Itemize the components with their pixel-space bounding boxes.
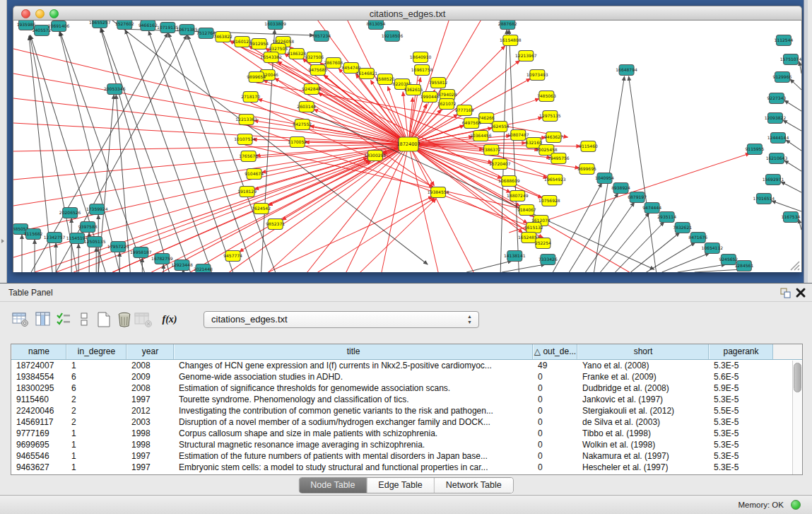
graph-node[interactable]: 9466162 bbox=[139, 21, 158, 31]
graph-node[interactable]: 8160123 bbox=[233, 37, 252, 47]
graph-node[interactable]: 2935114 bbox=[657, 212, 676, 223]
graph-node[interactable]: 10973493 bbox=[526, 70, 548, 81]
column-header-year[interactable]: year bbox=[126, 344, 174, 359]
graph-node[interactable]: 10807487 bbox=[507, 130, 529, 141]
graph-node[interactable]: 7832621 bbox=[673, 223, 692, 233]
graph-node[interactable]: 1040954 bbox=[595, 173, 614, 184]
graph-node[interactable]: 9474444 bbox=[642, 203, 661, 214]
graph-node[interactable]: 9899654 bbox=[247, 72, 266, 83]
select-columns-icon[interactable] bbox=[55, 310, 73, 329]
control-panel-collapsed-rail[interactable] bbox=[0, 0, 7, 283]
graph-node[interactable]: 1167534 bbox=[782, 212, 801, 223]
graph-node[interactable]: 9852371 bbox=[266, 219, 285, 230]
graph-node[interactable]: 2603144 bbox=[297, 102, 316, 112]
graph-node[interactable]: 17957223 bbox=[107, 242, 129, 252]
graph-node[interactable]: 9184067 bbox=[517, 205, 536, 216]
graph-node[interactable]: 10654112 bbox=[701, 243, 723, 254]
column-header-name[interactable]: name bbox=[11, 344, 66, 359]
hub-node[interactable]: 18724007 bbox=[396, 137, 420, 151]
graph-node[interactable]: 8813054 bbox=[367, 21, 386, 30]
column-header-in_degree[interactable]: in_degree bbox=[66, 344, 126, 359]
graph-node[interactable]: 9227343 bbox=[767, 93, 787, 104]
graph-node[interactable]: 9457774 bbox=[223, 251, 242, 262]
graph-node[interactable]: 20206526 bbox=[59, 208, 81, 218]
graph-node[interactable]: 18300295 bbox=[365, 151, 387, 161]
table-row[interactable]: 946362711997Embryonic stem cells: a mode… bbox=[11, 462, 802, 473]
graph-node[interactable]: 9475685 bbox=[308, 65, 327, 76]
table-row[interactable]: 1938455462009Genome-wide association stu… bbox=[11, 371, 802, 382]
function-builder-icon[interactable]: f(x) bbox=[158, 310, 181, 329]
table-row[interactable]: 1456911722003Disruption of a novel membe… bbox=[11, 416, 802, 428]
window-resize-grip[interactable] bbox=[789, 259, 800, 271]
graph-node[interactable]: 8938924 bbox=[611, 183, 630, 194]
table-scrollbar[interactable] bbox=[792, 361, 802, 474]
table-row[interactable]: 1830029562008Estimation of significance … bbox=[11, 382, 802, 394]
row-height-icon[interactable] bbox=[75, 310, 93, 329]
graph-node[interactable]: 17016514 bbox=[753, 194, 775, 204]
graph-node[interactable]: 1284561 bbox=[734, 261, 753, 271]
graph-node[interactable]: 1112544 bbox=[775, 35, 794, 46]
graph-node[interactable]: 16782759 bbox=[151, 254, 173, 264]
column-header-out_de[interactable]: △ out_de... bbox=[533, 344, 577, 359]
graph-node[interactable]: 10655257 bbox=[89, 21, 111, 28]
graph-node[interactable]: 7624542 bbox=[252, 204, 271, 214]
table-row[interactable]: 911546021997Tourette syndrome. Phenomeno… bbox=[11, 394, 802, 405]
graph-node[interactable]: 6497568 bbox=[462, 118, 481, 129]
table-select-dropdown[interactable]: citations_edges.txt ▲▼ bbox=[204, 311, 479, 328]
column-header-pagerank[interactable]: pagerank bbox=[709, 344, 773, 359]
memory-ok-indicator[interactable] bbox=[791, 500, 801, 510]
table-row[interactable]: 2242004622012Investigating the contribut… bbox=[11, 405, 802, 416]
graph-node[interactable]: 9699695 bbox=[577, 164, 596, 175]
graph-node[interactable]: 1527602 bbox=[115, 21, 134, 30]
graph-node[interactable]: 1621072 bbox=[437, 99, 457, 110]
graph-node[interactable]: 19654923 bbox=[544, 175, 566, 185]
graph-node[interactable]: 16033809 bbox=[264, 21, 286, 30]
graph-node[interactable]: 9115955 bbox=[746, 144, 765, 155]
graph-node[interactable]: 10756928 bbox=[539, 196, 560, 206]
table-row[interactable]: 969969511998Structural magnetic resonanc… bbox=[11, 439, 802, 450]
graph-node[interactable]: 7955812 bbox=[429, 78, 448, 88]
graph-node[interactable]: 16543382 bbox=[260, 52, 282, 63]
graph-node[interactable]: 9104674 bbox=[245, 169, 264, 180]
graph-node[interactable]: 7512764 bbox=[196, 28, 216, 39]
panel-collapse-arrow-icon[interactable] bbox=[1, 239, 4, 243]
graph-node[interactable]: 12213967 bbox=[515, 51, 537, 62]
graph-node[interactable]: 9397588 bbox=[78, 222, 98, 233]
graph-node[interactable]: 20691406 bbox=[48, 21, 70, 32]
network-view-window[interactable]: citations_edges.txt 19359862405572206914… bbox=[13, 6, 802, 272]
graph-node[interactable]: 19958187 bbox=[130, 247, 152, 258]
graph-node[interactable]: 252254 bbox=[535, 238, 551, 249]
graph-node[interactable]: 20053346 bbox=[104, 84, 126, 95]
graph-node[interactable]: 12213363 bbox=[235, 115, 257, 125]
graph-node[interactable]: 19495756 bbox=[548, 153, 570, 164]
graph-node[interactable]: 1765676 bbox=[239, 151, 258, 162]
graph-node[interactable]: 12923448 bbox=[171, 260, 193, 271]
graph-node[interactable]: 18640910 bbox=[410, 52, 432, 63]
graph-node[interactable]: 1115682 bbox=[24, 229, 43, 240]
graph-node[interactable]: 12975135 bbox=[539, 111, 561, 122]
graph-node[interactable]: 20364456 bbox=[470, 131, 492, 141]
create-table-icon[interactable] bbox=[95, 310, 113, 329]
graph-node[interactable]: 10671385 bbox=[176, 25, 198, 35]
graph-node[interactable]: 12444144 bbox=[767, 133, 789, 144]
graph-node[interactable]: 18807249 bbox=[507, 191, 529, 201]
graph-node[interactable]: 19218506 bbox=[382, 31, 404, 42]
graph-node[interactable]: 6879197 bbox=[628, 192, 647, 203]
graph-node[interactable]: 8186328 bbox=[287, 49, 306, 59]
graph-node[interactable]: 3624554 bbox=[490, 122, 510, 132]
graph-node[interactable]: 8912954 bbox=[249, 39, 269, 49]
column-header-short[interactable]: short bbox=[577, 344, 709, 359]
network-window-titlebar[interactable]: citations_edges.txt bbox=[13, 6, 802, 21]
graph-node[interactable]: 17359924 bbox=[86, 204, 108, 215]
close-panel-icon[interactable] bbox=[795, 287, 806, 298]
tab-node-table[interactable]: Node Table bbox=[299, 478, 366, 493]
graph-node[interactable]: 16648794 bbox=[616, 65, 637, 76]
graph-node[interactable]: 1615132 bbox=[524, 223, 543, 233]
graph-node[interactable]: 9327506 bbox=[305, 52, 324, 63]
graph-node[interactable]: 7333426 bbox=[539, 255, 558, 265]
float-panel-icon[interactable] bbox=[779, 287, 791, 298]
citation-network-graph[interactable]: 1935986240557220691406106552571527602946… bbox=[13, 21, 801, 272]
graph-node[interactable]: 15751074 bbox=[780, 54, 801, 65]
table-options-icon[interactable] bbox=[11, 310, 30, 329]
graph-node[interactable]: 1588520 bbox=[376, 74, 395, 85]
